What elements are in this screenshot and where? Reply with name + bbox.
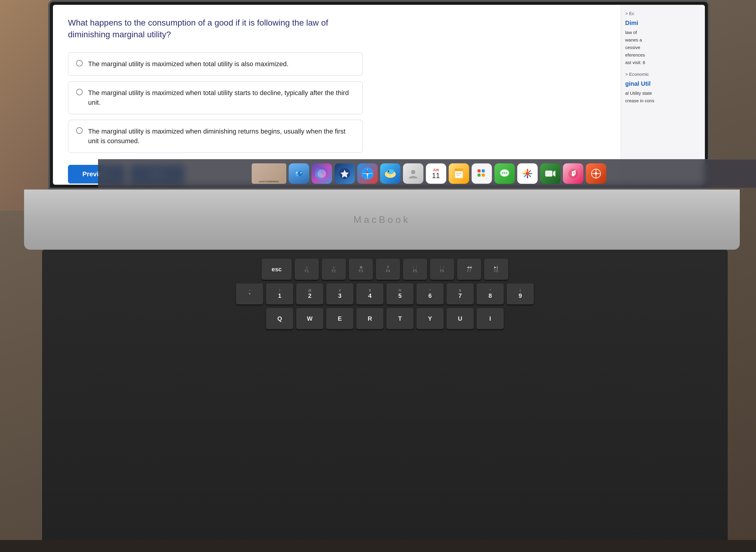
key-8[interactable]: * 8	[477, 283, 504, 304]
key-f3-icon: ⊞	[360, 265, 362, 269]
dock-mail[interactable]	[380, 163, 401, 184]
svg-rect-38	[523, 174, 526, 177]
key-2[interactable]: @ 2	[296, 283, 323, 304]
key-3[interactable]: # 3	[326, 283, 353, 304]
finder-icon	[293, 167, 305, 179]
svg-point-30	[506, 172, 507, 173]
key-4[interactable]: $ 4	[356, 283, 384, 304]
svg-rect-33	[527, 175, 528, 178]
svg-rect-23	[477, 173, 480, 176]
safari-icon	[361, 167, 373, 179]
key-2-label: 2	[308, 292, 311, 299]
radio-b[interactable]	[76, 89, 83, 95]
key-r-label: R	[368, 315, 372, 322]
thumbnail-label: ec6372cb5b09615	[259, 180, 279, 183]
sidebar-text-6: al Utility state	[625, 90, 701, 96]
key-backtick[interactable]: ~ `	[236, 283, 263, 304]
dock-extra[interactable]	[586, 163, 606, 184]
sidebar-link-2[interactable]: ginal Util	[625, 80, 701, 88]
sidebar-text-4: eferences	[625, 52, 701, 58]
key-f6[interactable]: ⋮⋮ F6	[430, 259, 454, 280]
dock-screenshot-thumbnail[interactable]: ec6372cb5b09615	[252, 163, 286, 184]
key-r[interactable]: R	[356, 308, 384, 329]
dock-messages[interactable]	[494, 163, 515, 184]
key-f1[interactable]: ☼ F1	[295, 259, 319, 280]
dock-itunes[interactable]	[563, 163, 583, 184]
key-f5-label: F5	[413, 269, 417, 273]
key-esc-label: esc	[272, 266, 282, 273]
key-w[interactable]: W	[296, 308, 323, 329]
dock-reminders[interactable]	[471, 163, 492, 184]
key-f3[interactable]: ⊞ F3	[349, 259, 373, 280]
svg-point-29	[504, 172, 505, 173]
svg-rect-35	[529, 173, 532, 174]
svg-rect-40	[545, 170, 553, 176]
dock-launchpad[interactable]	[334, 163, 355, 184]
svg-point-28	[502, 172, 503, 173]
key-6[interactable]: ^ 6	[417, 283, 444, 304]
key-1-top: !	[279, 288, 280, 292]
extra-icon	[591, 168, 601, 179]
key-7-label: 7	[458, 292, 462, 299]
option-c[interactable]: The marginal utility is maximized when d…	[68, 120, 363, 153]
key-f4-label: F4	[386, 269, 390, 273]
dock-notes[interactable]	[449, 163, 469, 184]
number-key-row: ~ ` ! 1 @ 2 # 3 $ 4 % 5 ^ 6 & 7	[51, 283, 719, 304]
key-5[interactable]: % 5	[387, 283, 414, 304]
dock-safari[interactable]	[357, 163, 378, 184]
svg-rect-36	[528, 170, 531, 173]
keyboard-area: esc ☼ F1 ☼ F2 ⊞ F3 ⠿ F4 ⋮⋮ F5 ⋮⋮ F6 ◀◀ F…	[42, 250, 728, 550]
sidebar-link-1[interactable]: Dimi	[625, 19, 701, 27]
key-t[interactable]: T	[387, 308, 414, 329]
key-i[interactable]: I	[477, 308, 504, 329]
key-9[interactable]: ( 9	[507, 283, 534, 304]
notes-icon	[453, 168, 464, 179]
dock-photos[interactable]	[517, 163, 538, 184]
svg-marker-41	[553, 170, 556, 176]
key-4-top: $	[369, 288, 371, 292]
laptop-screen-bezel: What happens to the consumption of a goo…	[48, 0, 710, 189]
key-f7[interactable]: ◀◀ F7	[457, 259, 481, 280]
sidebar-browser-panel: > Ec Dimi law of wanes a cessive eferenc…	[621, 5, 705, 185]
svg-rect-32	[527, 169, 528, 172]
key-q-label: Q	[277, 315, 282, 322]
itunes-icon	[568, 168, 579, 179]
key-u[interactable]: U	[447, 308, 474, 329]
dock-facetime[interactable]	[540, 163, 561, 184]
key-f2-icon: ☼	[332, 265, 335, 269]
option-a-text: The marginal utility is maximized when t…	[88, 59, 288, 69]
key-y-label: Y	[428, 315, 432, 322]
dock-calendar[interactable]: JUN 11	[426, 163, 446, 184]
key-f7-label: F7	[467, 269, 471, 273]
key-1-label: 1	[278, 292, 281, 299]
option-b[interactable]: The marginal utility is maximized when t…	[68, 81, 363, 114]
radio-c[interactable]	[76, 127, 83, 134]
dock-contacts[interactable]	[403, 163, 423, 184]
key-f5[interactable]: ⋮⋮ F5	[403, 259, 427, 280]
key-u-label: U	[458, 315, 462, 322]
key-backtick-top: ~	[249, 288, 251, 292]
key-y[interactable]: Y	[417, 308, 444, 329]
laptop-body: MacBook	[24, 189, 740, 250]
key-3-label: 3	[338, 292, 341, 299]
key-esc[interactable]: esc	[262, 259, 292, 280]
dock-finder[interactable]	[289, 163, 309, 184]
svg-rect-46	[572, 171, 576, 172]
dock-siri[interactable]	[312, 163, 332, 184]
svg-point-14	[388, 170, 389, 172]
sidebar-crumb-2: > Economic	[625, 72, 701, 77]
option-a[interactable]: The marginal utility is maximized when t…	[68, 52, 363, 76]
key-f4[interactable]: ⠿ F4	[376, 259, 400, 280]
key-7[interactable]: & 7	[447, 283, 474, 304]
key-e[interactable]: E	[326, 308, 353, 329]
key-f8-icon: ▶‖	[494, 265, 498, 269]
reminders-icon	[476, 168, 487, 179]
key-f2[interactable]: ☼ F2	[322, 259, 346, 280]
key-f1-icon: ☼	[305, 265, 308, 269]
key-q[interactable]: Q	[266, 308, 293, 329]
key-2-top: @	[308, 288, 311, 292]
key-f8[interactable]: ▶‖ F8	[484, 259, 508, 280]
radio-a[interactable]	[76, 60, 83, 66]
svg-point-4	[300, 172, 302, 173]
key-1[interactable]: ! 1	[266, 283, 293, 304]
